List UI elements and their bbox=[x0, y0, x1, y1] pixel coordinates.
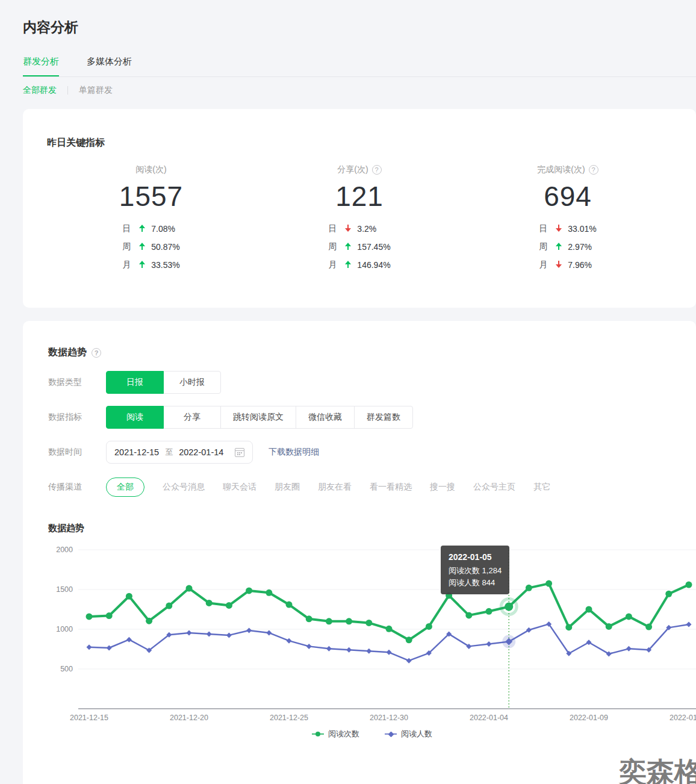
data-trend-title-text: 数据趋势 bbox=[48, 346, 87, 359]
metric-trend-row: 月33.53% bbox=[122, 256, 179, 274]
arrow-down-icon bbox=[556, 225, 562, 232]
svg-text:2021-12-25: 2021-12-25 bbox=[270, 714, 308, 722]
metric-label: 分享(次)? bbox=[337, 164, 381, 175]
svg-text:2022-01-09: 2022-01-09 bbox=[570, 714, 608, 722]
legend-item-1[interactable]: 阅读人数 bbox=[385, 729, 432, 739]
data-metric-option-0[interactable]: 阅读 bbox=[106, 406, 164, 429]
data-type-segmented: 日报小时报 bbox=[106, 371, 221, 394]
data-metric-segmented: 阅读分享跳转阅读原文微信收藏群发篇数 bbox=[106, 406, 413, 429]
metric-trend-row: 日7.08% bbox=[122, 220, 179, 238]
svg-text:2000: 2000 bbox=[56, 546, 73, 554]
filter-row-channel: 传播渠道 全部公众号消息聊天会话朋友圈朋友在看看一看精选搜一搜公众号主页其它 bbox=[48, 476, 696, 499]
page-title: 内容分析 bbox=[23, 18, 696, 37]
svg-text:1500: 1500 bbox=[56, 585, 73, 594]
legend-diamond-icon bbox=[385, 730, 397, 738]
channel-option-1[interactable]: 公众号消息 bbox=[163, 482, 205, 493]
channel-option-4[interactable]: 朋友在看 bbox=[318, 482, 352, 493]
data-type-label: 数据类型 bbox=[48, 377, 106, 388]
channel-option-7[interactable]: 公众号主页 bbox=[473, 482, 515, 493]
page-header: 内容分析 群发分析多媒体分析 全部群发单篇群发 bbox=[0, 0, 696, 96]
metric-value: 121 bbox=[255, 180, 464, 213]
metric-trend-row: 周2.97% bbox=[539, 238, 596, 256]
metric-1: 分享(次)?121日3.2%周157.45%月146.94% bbox=[255, 164, 464, 274]
svg-text:2022-01-04: 2022-01-04 bbox=[470, 714, 508, 722]
data-metric-option-2[interactable]: 跳转阅读原文 bbox=[220, 406, 296, 429]
svg-text:1000: 1000 bbox=[56, 625, 73, 633]
data-trend-title: 数据趋势 ? bbox=[48, 346, 696, 359]
subtab-divider bbox=[67, 86, 68, 95]
data-metric-option-4[interactable]: 群发篇数 bbox=[354, 406, 413, 429]
key-metrics-title: 昨日关键指标 bbox=[47, 137, 672, 149]
metric-trend-row: 周157.45% bbox=[328, 238, 390, 256]
data-type-option-1[interactable]: 小时报 bbox=[163, 371, 221, 394]
arrow-up-icon bbox=[139, 225, 145, 232]
metric-0: 阅读(次)1557日7.08%周50.87%月33.53% bbox=[47, 164, 255, 274]
trend-chart-svg[interactable]: 5001000150020002021-12-152021-12-202021-… bbox=[48, 542, 696, 723]
date-range-picker[interactable]: 2021-12-15 至 2022-01-14 bbox=[106, 441, 253, 464]
calendar-icon bbox=[235, 448, 244, 457]
filter-row-data-metric: 数据指标 阅读分享跳转阅读原文微信收藏群发篇数 bbox=[48, 406, 696, 429]
arrow-up-icon bbox=[345, 261, 351, 268]
tab-0[interactable]: 群发分析 bbox=[23, 56, 59, 77]
legend-circle-icon bbox=[312, 730, 324, 738]
svg-text:2021-12-30: 2021-12-30 bbox=[370, 714, 408, 722]
metric-trend-row: 月7.96% bbox=[539, 256, 596, 274]
key-metrics-card: 昨日关键指标 阅读(次)1557日7.08%周50.87%月33.53%分享(次… bbox=[23, 109, 696, 308]
chart-section-title: 数据趋势 bbox=[48, 523, 696, 534]
subtab-1[interactable]: 单篇群发 bbox=[79, 85, 113, 96]
tabs: 群发分析多媒体分析 bbox=[23, 56, 696, 77]
filter-row-data-type: 数据类型 日报小时报 bbox=[48, 371, 696, 394]
svg-text:2022-01-14: 2022-01-14 bbox=[670, 714, 696, 722]
metrics-row: 阅读(次)1557日7.08%周50.87%月33.53%分享(次)?121日3… bbox=[47, 164, 672, 274]
metric-label: 完成阅读(次)? bbox=[537, 164, 598, 175]
data-metric-label: 数据指标 bbox=[48, 412, 106, 423]
metric-2: 完成阅读(次)?694日33.01%周2.97%月7.96% bbox=[464, 164, 672, 274]
chart-legend: 阅读次数阅读人数 bbox=[48, 729, 696, 739]
filter-row-data-time: 数据时间 2021-12-15 至 2022-01-14 下载数据明细 bbox=[48, 441, 696, 464]
channel-option-5[interactable]: 看一看精选 bbox=[370, 482, 412, 493]
channel-option-0[interactable]: 全部 bbox=[106, 478, 144, 497]
channel-option-3[interactable]: 朋友圈 bbox=[275, 482, 300, 493]
arrow-up-icon bbox=[345, 243, 351, 250]
arrow-up-icon bbox=[556, 243, 562, 250]
metric-value: 1557 bbox=[47, 180, 255, 213]
trend-chart[interactable]: 2022-01-05 阅读次数 1,284阅读人数 844 5001000150… bbox=[48, 542, 696, 723]
channel-label: 传播渠道 bbox=[48, 482, 106, 493]
arrow-up-icon bbox=[139, 261, 145, 268]
help-icon[interactable]: ? bbox=[372, 165, 382, 175]
tabs-wrap: 群发分析多媒体分析 bbox=[23, 56, 696, 77]
tabs-divider bbox=[23, 76, 696, 77]
channel-option-6[interactable]: 搜一搜 bbox=[430, 482, 455, 493]
metric-value: 694 bbox=[464, 180, 672, 213]
data-trend-card: 数据趋势 ? 数据类型 日报小时报 数据指标 阅读分享跳转阅读原文微信收藏群发篇… bbox=[23, 321, 696, 784]
date-to-label: 至 bbox=[165, 447, 173, 458]
channels: 全部公众号消息聊天会话朋友圈朋友在看看一看精选搜一搜公众号主页其它 bbox=[106, 478, 550, 497]
data-type-option-0[interactable]: 日报 bbox=[106, 371, 164, 394]
data-time-label: 数据时间 bbox=[48, 447, 106, 458]
svg-text:2021-12-15: 2021-12-15 bbox=[70, 714, 108, 722]
help-icon[interactable]: ? bbox=[92, 348, 101, 358]
arrow-up-icon bbox=[139, 243, 145, 250]
data-metric-option-3[interactable]: 微信收藏 bbox=[296, 406, 355, 429]
data-metric-option-1[interactable]: 分享 bbox=[163, 406, 221, 429]
channel-option-8[interactable]: 其它 bbox=[533, 482, 550, 493]
metric-trend-row: 周50.87% bbox=[122, 238, 179, 256]
tab-1[interactable]: 多媒体分析 bbox=[87, 56, 132, 77]
subtabs: 全部群发单篇群发 bbox=[23, 85, 696, 96]
arrow-down-icon bbox=[345, 225, 351, 232]
date-start: 2021-12-15 bbox=[114, 447, 159, 457]
arrow-down-icon bbox=[556, 261, 562, 268]
metric-label: 阅读(次) bbox=[135, 164, 166, 175]
svg-text:500: 500 bbox=[60, 665, 73, 673]
channel-option-2[interactable]: 聊天会话 bbox=[223, 482, 256, 493]
date-end: 2022-01-14 bbox=[179, 447, 223, 457]
subtab-0[interactable]: 全部群发 bbox=[23, 85, 57, 96]
metric-trend-row: 日33.01% bbox=[539, 220, 596, 238]
svg-text:2021-12-20: 2021-12-20 bbox=[170, 714, 208, 722]
legend-item-0[interactable]: 阅读次数 bbox=[312, 729, 359, 739]
help-icon[interactable]: ? bbox=[589, 165, 598, 175]
metric-trend-row: 日3.2% bbox=[328, 220, 390, 238]
watermark: 奕森格 bbox=[619, 754, 696, 784]
metric-trend-row: 月146.94% bbox=[328, 256, 390, 274]
download-data-link[interactable]: 下载数据明细 bbox=[269, 447, 319, 458]
